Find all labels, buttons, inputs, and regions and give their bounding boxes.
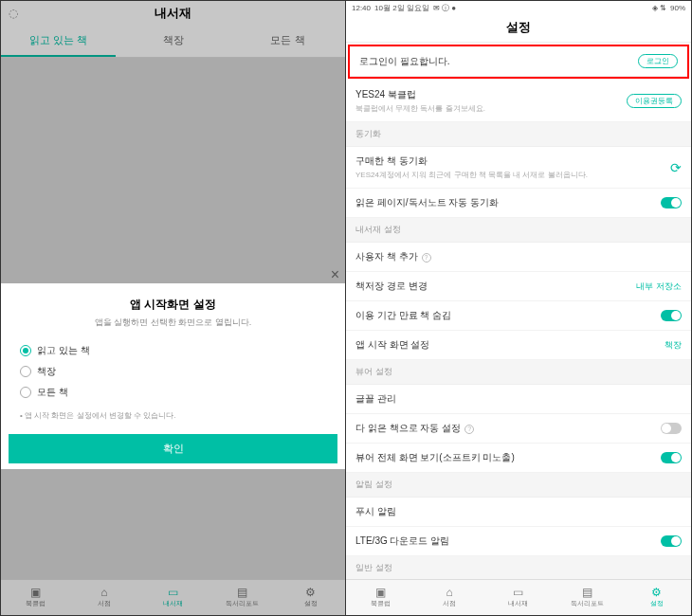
row-purchased-sync[interactable]: 구매한 책 동기화 YES24계정에서 지워 최근에 구매한 책 목록을 내 서… [346,147,691,189]
nav-store[interactable]: ⌂서점 [70,580,139,615]
section-viewer: 뷰어 설정 [346,360,691,385]
row-storage[interactable]: 책저장 경로 변경 내부 저장소 [346,272,691,301]
bell-icon[interactable]: ◌ [9,7,22,20]
section-library: 내서재 설정 [346,218,691,243]
nav-library[interactable]: ▭내서재 [484,580,554,615]
store-icon: ⌂ [446,587,453,598]
nav-store[interactable]: ⌂서점 [415,580,484,615]
modal-note: • 앱 시작 화면은 설정에서 변경할 수 있습니다. [1,403,345,434]
login-msg: 로그인이 필요합니다. [359,55,638,68]
bottom-nav-right: ▣북클럽 ⌂서점 ▭내서재 ▤독서리포트 ⚙설정 [346,579,691,615]
toggle-page-sync[interactable] [661,197,682,208]
status-time: 12:40 [352,4,371,12]
row-page-sync[interactable]: 읽은 페이지/독서노트 자동 동기화 [346,189,691,218]
left-body: × 앱 시작화면 설정 앱을 실행하면 선택한 화면으로 열립니다. 읽고 있는… [1,58,345,579]
nav-bookclub[interactable]: ▣북클럽 [1,580,70,615]
status-battery: 90% [670,4,685,12]
toggle-fullscreen[interactable] [661,452,682,463]
settings-title: 설정 [346,15,691,43]
login-button[interactable]: 로그인 [638,54,678,68]
bookclub-icon: ▣ [375,587,386,598]
confirm-button[interactable]: 확인 [9,434,337,463]
toggle-expire[interactable] [661,310,682,321]
nav-bookclub[interactable]: ▣북클럽 [346,580,415,615]
help-icon[interactable]: ? [464,425,474,434]
nav-settings[interactable]: ⚙설정 [276,580,345,615]
section-notif: 알림 설정 [346,473,691,498]
start-screen-modal: × 앱 시작화면 설정 앱을 실행하면 선택한 화면으로 열립니다. 읽고 있는… [1,283,345,469]
bookclub-icon: ▣ [30,587,41,598]
left-title: 내서재 [22,5,324,22]
row-next-book[interactable]: 다 읽은 책으로 자동 설정? [346,414,691,444]
section-general: 일반 설정 [346,556,691,579]
library-icon: ▭ [513,587,523,598]
row-push[interactable]: 푸시 알림 [346,498,691,527]
section-sync: 동기화 [346,122,691,147]
report-icon: ▤ [582,587,592,598]
library-icon: ▭ [168,587,178,598]
row-start-screen[interactable]: 앱 시작 화면 설정 책장 [346,331,691,360]
nav-library[interactable]: ▭내서재 [138,580,208,615]
bookclub-row[interactable]: YES24 북클럽 북클럽에서 무제한 독서를 즐겨보세요. 이용권등록 [346,81,691,122]
row-lte[interactable]: LTE/3G 다운로드 알림 [346,527,691,556]
row-user-add[interactable]: 사용자 책 추가? [346,243,691,272]
bookclub-register-button[interactable]: 이용권등록 [627,94,682,108]
radio-option-shelf[interactable]: 책장 [1,361,345,382]
nav-settings[interactable]: ⚙설정 [622,580,691,615]
help-icon[interactable]: ? [422,253,431,263]
right-panel: 12:40 10월 2일 일요일 ✉ ⓘ ● ◈ ⇅ 90% 설정 로그인이 필… [346,1,691,615]
status-date: 10월 2일 일요일 [374,3,429,13]
left-tabs: 읽고 있는 책 책장 모든 책 [1,26,345,57]
radio-icon [20,387,31,398]
toggle-lte[interactable] [661,535,682,547]
nav-report[interactable]: ▤독서리포트 [208,580,277,615]
status-bar: 12:40 10월 2일 일요일 ✉ ⓘ ● ◈ ⇅ 90% [346,1,691,15]
radio-icon [20,345,31,356]
left-panel: ◌ 내서재 읽고 있는 책 책장 모든 책 × 앱 시작화면 설정 앱을 실행하… [1,1,346,615]
radio-option-reading[interactable]: 읽고 있는 책 [1,340,345,361]
radio-option-all[interactable]: 모든 책 [1,382,345,403]
store-icon: ⌂ [100,587,107,598]
modal-title: 앱 시작화면 설정 [1,283,345,313]
wifi-icon: ◈ ⇅ [652,4,666,12]
nav-report[interactable]: ▤독서리포트 [553,580,622,615]
radio-icon [20,366,31,377]
login-row-highlight: 로그인이 필요합니다. 로그인 [348,45,689,79]
settings-scroll[interactable]: 로그인이 필요합니다. 로그인 YES24 북클럽 북클럽에서 무제한 독서를 … [346,43,691,579]
row-fullscreen[interactable]: 뷰어 전체 화면 보기(소프트키 미노출) [346,444,691,473]
gear-icon: ⚙ [651,587,662,598]
row-expire-hide[interactable]: 이용 기간 만료 책 숨김 [346,301,691,331]
gear-icon: ⚙ [305,587,316,598]
sync-icon[interactable]: ⟳ [670,160,682,175]
row-font[interactable]: 글꼴 관리 [346,385,691,414]
bottom-nav-left: ▣북클럽 ⌂서점 ▭내서재 ▤독서리포트 ⚙설정 [1,579,345,615]
close-icon[interactable]: × [331,266,339,283]
left-header: ◌ 내서재 읽고 있는 책 책장 모든 책 [1,1,345,58]
report-icon: ▤ [237,587,247,598]
tab-all[interactable]: 모든 책 [230,26,345,57]
tab-reading[interactable]: 읽고 있는 책 [1,26,116,57]
toggle-next-book[interactable] [661,423,682,434]
tab-shelf[interactable]: 책장 [116,26,230,57]
modal-subtitle: 앱을 실행하면 선택한 화면으로 열립니다. [1,313,345,340]
